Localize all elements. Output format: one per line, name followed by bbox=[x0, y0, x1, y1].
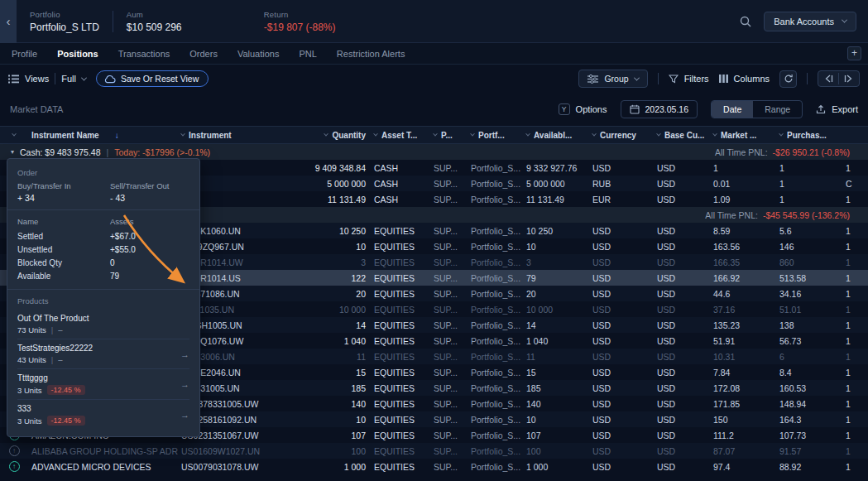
bank-accounts-label: Bank Accounts bbox=[774, 17, 834, 26]
return-value: -$19 807 (-88%) bbox=[264, 22, 336, 33]
cell-market: 166.35 bbox=[710, 254, 776, 270]
product-item[interactable]: 3333 Units-12.45 %→ bbox=[17, 399, 189, 430]
tab-valuations[interactable]: Valuations bbox=[237, 49, 280, 59]
bank-accounts-button[interactable]: Bank Accounts bbox=[764, 12, 856, 31]
tab-profile[interactable]: Profile bbox=[12, 49, 37, 59]
collapse-left-button[interactable] bbox=[818, 71, 838, 86]
cell-extra: 1 bbox=[842, 411, 868, 427]
expand-triangle-icon[interactable]: ▾ bbox=[11, 148, 14, 156]
product-item[interactable]: Ttttgggg3 Units-12.45 %→ bbox=[17, 368, 189, 399]
cell-market: 37.16 bbox=[710, 301, 776, 317]
cell-portf: Portfolio_S... bbox=[468, 333, 523, 349]
asset-value: 79 bbox=[110, 272, 189, 281]
column-header-market[interactable]: Market ... bbox=[710, 127, 776, 143]
tab-pnl[interactable]: PNL bbox=[299, 49, 316, 59]
drill-in-arrow-icon[interactable]: → bbox=[180, 379, 189, 389]
drill-in-arrow-icon[interactable]: → bbox=[180, 349, 189, 359]
views-selector[interactable]: Views Full bbox=[8, 73, 86, 84]
popup-assets: Settled+$67.0Unsettled+$55.0Blocked Qty0… bbox=[17, 229, 189, 282]
cell-base: USD bbox=[654, 317, 710, 333]
chevron-down-icon bbox=[433, 132, 438, 137]
column-label: Quantity bbox=[332, 131, 366, 140]
cell-portf: Portfolio_S... bbox=[468, 411, 523, 427]
refresh-button[interactable] bbox=[779, 70, 797, 88]
cell-purchase: 160.53 bbox=[776, 380, 842, 396]
cell-purchase: 88.92 bbox=[776, 459, 842, 474]
sell-transfer-label: Sell/Transfer Out bbox=[110, 181, 189, 190]
portfolio-app: ‹ Portfolio Portfolio_S LTD Aum $10 509 … bbox=[0, 0, 868, 474]
expand-right-button[interactable] bbox=[839, 71, 859, 86]
cell-extra: 1 bbox=[842, 333, 868, 349]
cell-currency: USD bbox=[589, 286, 654, 301]
chevron-down-icon bbox=[12, 132, 17, 137]
column-label: P... bbox=[441, 131, 453, 140]
cell-purchase: 91.57 bbox=[776, 443, 842, 459]
tab-orders[interactable]: Orders bbox=[189, 49, 218, 59]
cell-market: 1.09 bbox=[710, 191, 776, 207]
cell-asset: EQUITIES bbox=[371, 459, 430, 474]
drill-in-arrow-icon[interactable]: → bbox=[180, 410, 189, 420]
cell-quantity: 122 bbox=[300, 270, 371, 286]
date-picker[interactable]: 2023.05.16 bbox=[621, 100, 698, 118]
save-or-reset-view-button[interactable]: Save Or Reset View bbox=[96, 70, 209, 87]
portfolio-selector[interactable]: Portfolio Portfolio_S LTD bbox=[30, 10, 99, 33]
cell-extra: 1 bbox=[842, 349, 868, 364]
add-tab-button[interactable]: + bbox=[847, 46, 861, 60]
view-toolbar: Views Full Save Or Reset View Group bbox=[0, 65, 868, 93]
column-menu-cell[interactable] bbox=[0, 127, 28, 143]
cell-quantity: 10 bbox=[300, 411, 371, 427]
chevron-down-icon bbox=[842, 17, 847, 23]
cell-base: USD bbox=[654, 349, 710, 364]
cell-market: 163.56 bbox=[710, 238, 776, 254]
cell-extra: 1 bbox=[842, 270, 868, 286]
export-button[interactable]: Export bbox=[816, 104, 858, 114]
cell-base: USD bbox=[654, 286, 710, 301]
columns-button[interactable]: Columns bbox=[719, 74, 770, 84]
alltime-pnl-value: -$26 950.21 (-0.8%) bbox=[773, 147, 850, 157]
column-header-instrument-name[interactable]: Instrument Name↓ bbox=[28, 127, 178, 143]
cell-currency: USD bbox=[589, 459, 654, 474]
column-header-currency[interactable]: Currency bbox=[589, 127, 654, 143]
market-data-controls: Y Options 2023.05.16 Date Range Export bbox=[559, 100, 858, 118]
range-toggle-button[interactable]: Range bbox=[753, 101, 802, 118]
tab-restriction-alerts[interactable]: Restriction Alerts bbox=[337, 49, 405, 59]
cell-asset: EQUITIES bbox=[371, 427, 430, 443]
table-row[interactable]: ↑ALIBABA GROUP HOLDING-SP ADRUS01609W102… bbox=[0, 443, 868, 459]
save-or-reset-label: Save Or Reset View bbox=[121, 74, 199, 84]
group-button[interactable]: Group bbox=[578, 70, 647, 88]
sort-desc-icon[interactable]: ↓ bbox=[115, 131, 119, 140]
column-header-quantity[interactable]: Quantity bbox=[300, 127, 371, 143]
cell-extra: 1 bbox=[842, 301, 868, 317]
column-header-p[interactable]: P... bbox=[430, 127, 468, 143]
product-name: Out Of The Product bbox=[17, 314, 189, 323]
column-header-purchas[interactable]: Purchas... bbox=[776, 127, 842, 143]
alltime-pnl-label: All Time PNL: bbox=[715, 147, 768, 157]
back-button[interactable]: ‹ bbox=[0, 0, 17, 43]
product-item[interactable]: Out Of The Product73 Units|– bbox=[17, 310, 189, 339]
column-header-portf[interactable]: Portf... bbox=[468, 127, 523, 143]
table-header: Instrument Name↓InstrumentQuantityAsset … bbox=[0, 126, 868, 144]
cell-market: 135.23 bbox=[710, 317, 776, 333]
column-header-asset-t[interactable]: Asset T... bbox=[371, 127, 430, 143]
cell-purchase: 107.73 bbox=[776, 427, 842, 443]
tab-positions[interactable]: Positions bbox=[57, 49, 98, 59]
tab-transactions[interactable]: Transactions bbox=[118, 49, 170, 59]
search-icon[interactable] bbox=[739, 15, 752, 28]
cell-currency: USD bbox=[589, 333, 654, 349]
table-row[interactable]: ↑ADVANCED MICRO DEVICESUS0079031078.UW1 … bbox=[0, 459, 868, 474]
product-item[interactable]: TestStrategies2222243 Units|–→ bbox=[17, 339, 189, 368]
cell-asset: EQUITIES bbox=[371, 396, 430, 411]
group-label: Cash: $9 483 975.48 bbox=[20, 147, 101, 157]
date-toggle-button[interactable]: Date bbox=[712, 101, 753, 118]
cell-base: USD bbox=[654, 411, 710, 427]
cell-portf: Portfolio_S... bbox=[468, 270, 523, 286]
column-header-availabl[interactable]: Availabl... bbox=[523, 127, 589, 143]
column-header-base-cu[interactable]: Base Cu... bbox=[654, 127, 710, 143]
cell-currency: USD bbox=[589, 301, 654, 317]
filters-button[interactable]: Filters bbox=[669, 74, 709, 84]
column-header-instrument[interactable]: Instrument bbox=[178, 127, 300, 143]
cell-p: SUP... bbox=[430, 238, 468, 254]
options-button[interactable]: Y Options bbox=[559, 103, 607, 115]
cell-portf: Portfolio_S... bbox=[468, 396, 523, 411]
cell-p: SUP... bbox=[430, 191, 468, 207]
